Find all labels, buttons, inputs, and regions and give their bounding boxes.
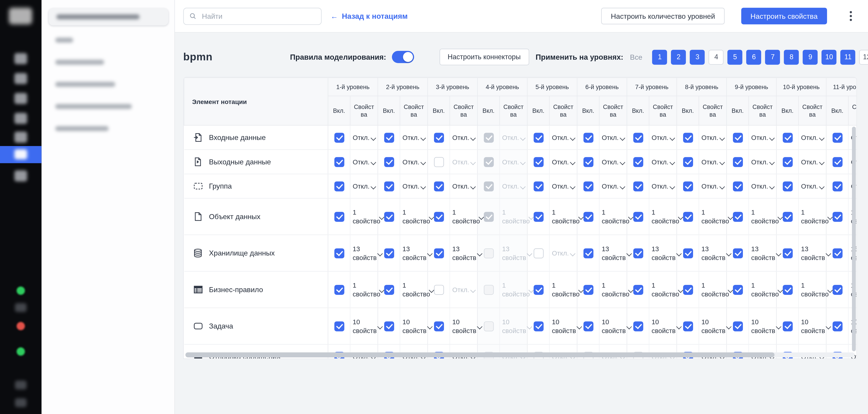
level-8-properties-dropdown[interactable]: Откл. — [702, 158, 724, 167]
level-1-properties-dropdown[interactable]: 1 свойство — [352, 209, 383, 226]
level-6-enable-checkbox[interactable] — [583, 181, 593, 191]
level-5-properties-dropdown[interactable]: Откл. — [552, 158, 574, 167]
level-3-enable-checkbox[interactable] — [434, 133, 444, 143]
level-2-properties-dropdown[interactable]: Откл. — [403, 158, 425, 167]
level-7-enable-checkbox[interactable] — [633, 248, 643, 258]
level-5-enable-checkbox[interactable] — [533, 321, 543, 331]
level-3-enable-checkbox[interactable] — [434, 321, 444, 331]
level-7-enable-checkbox[interactable] — [633, 181, 643, 191]
level-6-enable-checkbox[interactable] — [583, 285, 593, 295]
level-10-properties-dropdown[interactable]: 1 свойство — [801, 209, 832, 226]
level-10-enable-checkbox[interactable] — [782, 133, 793, 143]
rail-bottom-icon[interactable] — [15, 398, 27, 407]
level-6-properties-dropdown[interactable]: 13 свойств — [602, 245, 631, 263]
level-7-enable-checkbox[interactable] — [633, 157, 643, 167]
level-8-enable-checkbox[interactable] — [683, 181, 693, 191]
level-6-properties-dropdown[interactable]: 10 свойств — [602, 318, 631, 336]
level-7-properties-dropdown[interactable]: 1 свойство — [651, 209, 682, 226]
level-9-enable-checkbox[interactable] — [733, 285, 743, 295]
sidebar-item-blurred[interactable] — [56, 126, 108, 131]
rail-nav-icon[interactable] — [14, 73, 27, 84]
level-9-enable-checkbox[interactable] — [733, 157, 743, 167]
level-10-properties-dropdown[interactable]: 1 свойство — [801, 282, 832, 299]
level-3-properties-dropdown[interactable]: 13 свойств — [452, 245, 482, 263]
level-7-enable-checkbox[interactable] — [633, 321, 643, 331]
level-button-1[interactable]: 1 — [652, 49, 667, 64]
rail-nav-icon[interactable] — [14, 171, 27, 181]
rail-bottom-icon[interactable] — [15, 303, 27, 312]
level-button-10[interactable]: 10 — [822, 49, 837, 64]
level-2-enable-checkbox[interactable] — [384, 321, 394, 331]
level-1-properties-dropdown[interactable]: 10 свойств — [352, 318, 382, 336]
level-1-enable-checkbox[interactable] — [334, 248, 344, 258]
level-3-properties-dropdown[interactable]: 10 свойств — [452, 318, 482, 336]
level-10-enable-checkbox[interactable] — [782, 212, 793, 222]
level-10-properties-dropdown[interactable]: Откл. — [801, 158, 824, 167]
sidebar-item-blurred[interactable] — [56, 82, 115, 87]
rail-nav-icon[interactable] — [14, 113, 27, 124]
level-7-properties-dropdown[interactable]: Откл. — [651, 183, 674, 191]
level-4-properties-dropdown[interactable]: Откл. — [502, 183, 525, 191]
level-4-enable-checkbox[interactable] — [484, 181, 494, 191]
level-11-enable-checkbox[interactable] — [832, 285, 842, 295]
level-8-properties-dropdown[interactable]: 1 свойство — [702, 282, 733, 299]
level-4-enable-checkbox[interactable] — [484, 157, 494, 167]
level-1-properties-dropdown[interactable]: 1 свойство — [352, 282, 383, 299]
level-9-properties-dropdown[interactable]: 1 свойство — [751, 282, 782, 299]
level-11-enable-checkbox[interactable] — [832, 181, 842, 191]
sidebar-item-blurred[interactable] — [56, 104, 132, 109]
vertical-scrollbar[interactable] — [852, 127, 856, 351]
level-2-enable-checkbox[interactable] — [384, 248, 394, 258]
back-to-notations-link[interactable]: ← Назад к нотациям — [331, 12, 408, 20]
rail-bottom-icon[interactable] — [15, 381, 27, 389]
level-3-enable-checkbox[interactable] — [434, 157, 444, 167]
level-4-enable-checkbox[interactable] — [484, 285, 494, 295]
level-4-enable-checkbox[interactable] — [484, 321, 494, 331]
level-10-enable-checkbox[interactable] — [782, 321, 793, 331]
horizontal-scrollbar-thumb[interactable] — [186, 352, 775, 357]
level-6-properties-dropdown[interactable]: Откл. — [602, 134, 624, 143]
level-5-enable-checkbox[interactable] — [533, 285, 543, 295]
level-5-properties-dropdown[interactable]: 1 свойство — [552, 282, 583, 299]
level-5-enable-checkbox[interactable] — [533, 212, 543, 222]
level-9-properties-dropdown[interactable]: Откл. — [751, 134, 774, 143]
level-button-2[interactable]: 2 — [671, 49, 686, 64]
level-6-enable-checkbox[interactable] — [583, 157, 593, 167]
level-9-properties-dropdown[interactable]: 1 свойство — [751, 209, 782, 226]
level-9-properties-dropdown[interactable]: Откл. — [751, 158, 774, 167]
level-9-enable-checkbox[interactable] — [733, 321, 743, 331]
level-3-properties-dropdown[interactable]: Откл. — [452, 286, 475, 295]
rail-nav-icon[interactable] — [14, 132, 27, 143]
level-1-properties-dropdown[interactable]: 13 свойств — [352, 245, 382, 263]
modeling-rules-toggle[interactable] — [392, 51, 414, 63]
level-1-properties-dropdown[interactable]: Откл. — [352, 158, 375, 167]
level-8-properties-dropdown[interactable]: 10 свойств — [702, 318, 731, 336]
horizontal-scrollbar[interactable] — [186, 352, 855, 357]
level-7-properties-dropdown[interactable]: Откл. — [651, 134, 674, 143]
rail-nav-icon[interactable] — [14, 53, 27, 64]
level-9-enable-checkbox[interactable] — [733, 133, 743, 143]
level-4-enable-checkbox[interactable] — [484, 133, 494, 143]
level-6-properties-dropdown[interactable]: Откл. — [602, 183, 624, 191]
level-5-properties-dropdown[interactable]: 10 свойств — [552, 318, 582, 336]
level-7-properties-dropdown[interactable]: 1 свойство — [651, 282, 682, 299]
level-6-enable-checkbox[interactable] — [583, 321, 593, 331]
level-3-enable-checkbox[interactable] — [434, 181, 444, 191]
level-10-properties-dropdown[interactable]: 10 свойств — [801, 318, 831, 336]
level-6-properties-dropdown[interactable]: Откл. — [602, 158, 624, 167]
level-9-enable-checkbox[interactable] — [733, 212, 743, 222]
level-11-enable-checkbox[interactable] — [832, 133, 842, 143]
search-input[interactable] — [201, 11, 315, 21]
level-3-properties-dropdown[interactable]: 1 свойство — [452, 209, 483, 226]
level-2-properties-dropdown[interactable]: 13 свойств — [403, 245, 432, 263]
level-9-enable-checkbox[interactable] — [733, 248, 743, 258]
level-8-properties-dropdown[interactable]: 13 свойств — [702, 245, 731, 263]
level-8-properties-dropdown[interactable]: Откл. — [702, 134, 724, 143]
level-11-enable-checkbox[interactable] — [832, 321, 842, 331]
level-button-11[interactable]: 11 — [841, 49, 856, 64]
level-8-enable-checkbox[interactable] — [683, 248, 693, 258]
level-6-enable-checkbox[interactable] — [583, 248, 593, 258]
level-4-properties-dropdown[interactable]: 10 свойств — [502, 318, 532, 336]
sidebar-header-card[interactable] — [49, 8, 168, 26]
level-1-enable-checkbox[interactable] — [334, 212, 344, 222]
